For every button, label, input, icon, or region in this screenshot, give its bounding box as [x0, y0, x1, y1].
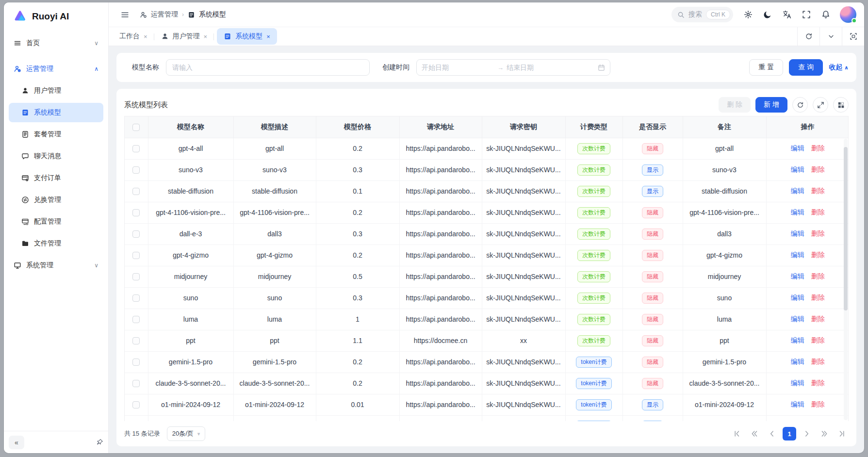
edit-link[interactable]: 编辑 — [791, 294, 804, 301]
sidebar-item-child[interactable]: 聊天消息 — [9, 147, 103, 166]
settings-gear-icon[interactable] — [740, 6, 756, 23]
row-checkbox[interactable] — [132, 294, 140, 302]
row-checkbox[interactable] — [132, 188, 140, 195]
sidebar-item-system-management[interactable]: 系统管理 ∨ — [9, 256, 103, 275]
delete-button[interactable]: 删 除 — [719, 97, 751, 113]
close-tab-icon[interactable]: × — [144, 33, 147, 40]
page-prev-double-icon[interactable] — [748, 427, 761, 441]
delete-link[interactable]: 删除 — [811, 208, 825, 216]
page-next-double-icon[interactable] — [818, 427, 831, 441]
delete-link[interactable]: 删除 — [811, 187, 825, 195]
edit-link[interactable]: 编辑 — [791, 251, 804, 259]
billing-type-badge: token计费 — [576, 357, 611, 368]
add-button[interactable]: 新 增 — [755, 97, 787, 113]
delete-link[interactable]: 删除 — [811, 400, 825, 408]
row-checkbox[interactable] — [132, 145, 140, 152]
edit-link[interactable]: 编辑 — [791, 208, 804, 216]
sidebar-item-child[interactable]: 用户管理 — [9, 81, 103, 100]
pin-icon[interactable] — [96, 439, 103, 446]
row-checkbox[interactable] — [132, 359, 140, 366]
focus-mode-icon[interactable] — [842, 27, 864, 46]
page-next-icon[interactable] — [800, 427, 814, 441]
delete-link[interactable]: 删除 — [811, 144, 825, 152]
close-tab-icon[interactable]: × — [204, 33, 208, 40]
global-search[interactable]: 搜索 Ctrl K — [671, 7, 733, 22]
table-expand-icon[interactable] — [813, 97, 828, 113]
page-first-icon[interactable] — [730, 427, 744, 441]
edit-link[interactable]: 编辑 — [791, 379, 804, 387]
sidebar-collapse-button[interactable]: « — [9, 436, 24, 449]
hamburger-icon[interactable] — [116, 6, 133, 23]
sidebar-item-home[interactable]: 首页 ∨ — [9, 33, 103, 53]
edit-link[interactable]: 编辑 — [791, 315, 804, 323]
tab-0[interactable]: 工作台× — [113, 27, 154, 46]
chevron-down-icon[interactable] — [819, 27, 842, 46]
edit-link[interactable]: 编辑 — [791, 400, 804, 408]
start-date-input[interactable] — [422, 64, 494, 71]
brand[interactable]: Ruoyi AI — [4, 2, 108, 31]
column-header: 操作 — [766, 116, 849, 138]
edit-link[interactable]: 编辑 — [791, 272, 804, 280]
edit-link[interactable]: 编辑 — [791, 144, 804, 152]
page-size-select[interactable]: 20条/页 ▾ — [167, 426, 206, 441]
sidebar-item-child[interactable]: 套餐管理 — [9, 125, 103, 144]
tab-1[interactable]: 用户管理× — [154, 27, 214, 46]
sidebar-item-child[interactable]: 兑换管理 — [9, 190, 103, 210]
delete-link[interactable]: 删除 — [811, 165, 825, 173]
end-date-input[interactable] — [507, 64, 579, 71]
table-refresh-icon[interactable] — [792, 97, 808, 113]
row-checkbox[interactable] — [132, 209, 140, 216]
row-checkbox[interactable] — [132, 401, 140, 408]
edit-link[interactable]: 编辑 — [791, 187, 804, 195]
delete-link[interactable]: 删除 — [811, 379, 825, 387]
translate-icon[interactable] — [779, 6, 795, 23]
edit-link[interactable]: 编辑 — [791, 336, 804, 344]
breadcrumb-parent[interactable]: 运营管理 — [151, 10, 178, 19]
user-avatar[interactable] — [840, 6, 856, 23]
page-last-icon[interactable] — [835, 427, 849, 441]
row-checkbox[interactable] — [132, 380, 140, 387]
sidebar-item-child[interactable]: 文件管理 — [9, 234, 103, 253]
collapse-filter-link[interactable]: 收起 ∧ — [829, 63, 849, 72]
refresh-icon[interactable] — [797, 27, 819, 46]
edit-link[interactable]: 编辑 — [791, 229, 804, 237]
model-name-input[interactable] — [166, 59, 370, 76]
scrollbar-thumb[interactable] — [844, 147, 848, 310]
row-checkbox[interactable] — [132, 337, 140, 344]
cell-billing-type: 次数计费 — [565, 309, 622, 330]
delete-link[interactable]: 删除 — [811, 358, 825, 365]
dark-mode-moon-icon[interactable] — [759, 6, 776, 23]
edit-link[interactable]: 编辑 — [791, 358, 804, 365]
cell-visibility: 隐藏 — [622, 138, 683, 159]
page-prev-icon[interactable] — [765, 427, 779, 441]
sidebar-item-child[interactable]: 支付订单 — [9, 168, 103, 188]
row-checkbox[interactable] — [132, 252, 140, 259]
current-page-button[interactable]: 1 — [783, 427, 796, 441]
delete-link[interactable]: 删除 — [811, 272, 825, 280]
delete-link[interactable]: 删除 — [811, 251, 825, 259]
delete-link[interactable]: 删除 — [811, 229, 825, 237]
delete-link[interactable]: 删除 — [811, 336, 825, 344]
query-button[interactable]: 查 询 — [789, 59, 823, 76]
table-scrollbar[interactable] — [844, 139, 848, 420]
reset-button[interactable]: 重 置 — [749, 59, 783, 76]
sidebar-item-child[interactable]: 配置管理 — [9, 212, 103, 231]
sidebar-submenu: 用户管理系统模型套餐管理聊天消息支付订单兑换管理配置管理文件管理 — [8, 81, 104, 253]
edit-link[interactable]: 编辑 — [791, 165, 804, 173]
close-tab-icon[interactable]: × — [266, 33, 270, 40]
delete-link[interactable]: 删除 — [811, 294, 825, 301]
row-checkbox[interactable] — [132, 166, 140, 174]
notifications-bell-icon[interactable] — [818, 6, 834, 23]
delete-link[interactable]: 删除 — [811, 315, 825, 323]
row-checkbox[interactable] — [132, 230, 140, 238]
row-checkbox[interactable] — [132, 273, 140, 280]
row-checkbox[interactable] — [132, 316, 140, 323]
sidebar-item-current[interactable]: 系统模型 — [9, 103, 103, 122]
sidebar-item-operations[interactable]: 运营管理 ∧ — [9, 59, 103, 79]
column-settings-icon[interactable] — [833, 97, 849, 113]
visibility-badge: 隐藏 — [642, 250, 663, 261]
tab-active[interactable]: 系统模型× — [217, 28, 277, 45]
date-range-picker[interactable]: → — [416, 59, 610, 76]
select-all-checkbox[interactable] — [132, 124, 140, 131]
fullscreen-icon[interactable] — [798, 6, 815, 23]
